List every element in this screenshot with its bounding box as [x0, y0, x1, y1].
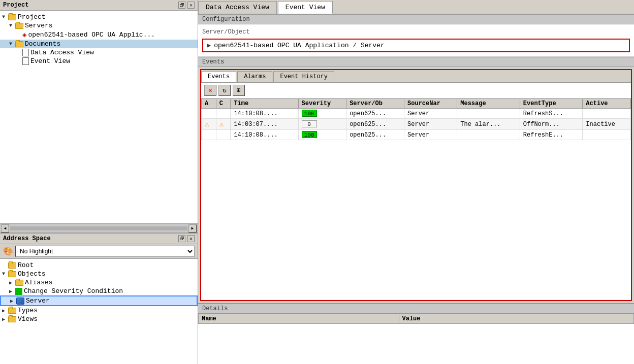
- project-tree: ▼ Project ▼ Servers ◈ open62541-based OP…: [0, 11, 198, 223]
- events-inner: Events Alarms Event History ✕ ↻ ⊞: [200, 69, 632, 301]
- scroll-left-btn[interactable]: ◀: [1, 224, 9, 233]
- severity-bar-1: 100: [302, 110, 317, 117]
- addr-tree-server[interactable]: ▶ Server: [0, 295, 198, 306]
- doc-icon-data-access: [22, 49, 29, 56]
- left-panel: Project 🗗 ✕ ▼ Project ▼ Servers: [0, 0, 198, 364]
- addr-label-objects: Objects: [18, 270, 46, 278]
- cell-a-3: [202, 130, 216, 140]
- severity-bar-3: 100: [302, 131, 317, 138]
- cell-c-1: [216, 109, 231, 119]
- col-message: Message: [457, 99, 520, 109]
- tree-item-opc[interactable]: ◈ open62541-based OPC UA Applic...: [0, 30, 198, 40]
- col-a: A: [202, 99, 216, 109]
- cell-severity-2: 0: [298, 119, 346, 130]
- cell-c-2: ⚠: [216, 119, 231, 130]
- top-tabs: Data Access View Event View: [198, 0, 634, 14]
- address-restore-btn[interactable]: 🗗: [178, 235, 185, 242]
- tab-event-view[interactable]: Event View: [278, 1, 333, 14]
- folder-icon-objects: [8, 271, 16, 277]
- arrow-change-severity: ▶: [9, 288, 15, 294]
- details-col-name: Name: [199, 314, 399, 324]
- refresh-button[interactable]: ↻: [218, 85, 231, 96]
- server-entry[interactable]: ▶ open62541-based OPC UA Application / S…: [202, 39, 630, 52]
- green-square-icon: [15, 288, 22, 295]
- project-restore-btn[interactable]: 🗗: [178, 2, 185, 9]
- address-titlebar: Address Space 🗗 ✕: [0, 234, 198, 244]
- addr-tree-views[interactable]: ▶ Views: [0, 315, 198, 323]
- clear-button[interactable]: ✕: [204, 85, 216, 96]
- cell-active-3: [583, 130, 631, 140]
- arrow-root: [2, 262, 8, 268]
- col-severity: Severity: [298, 99, 346, 109]
- server-object-label: Server/Object: [202, 28, 630, 36]
- scroll-track[interactable]: [10, 226, 187, 230]
- tree-item-servers[interactable]: ▼ Servers: [0, 21, 198, 30]
- address-close-btn[interactable]: ✕: [187, 235, 195, 242]
- cell-time-2: 14:03:07....: [231, 119, 298, 130]
- table-row[interactable]: 14:10:08.... 100 open625... Server Refre…: [202, 109, 631, 119]
- addr-tree-aliases[interactable]: ▶ Aliases: [0, 278, 198, 287]
- cell-c-3: [216, 130, 231, 140]
- project-title: Project: [3, 2, 28, 9]
- config-area: Server/Object ▶ open62541-based OPC UA A…: [198, 24, 634, 57]
- config-section-header: Configuration: [198, 14, 634, 24]
- events-table: A C Time Severity Server/Ob SourceNar Me…: [201, 98, 631, 300]
- arrow-aliases: ▶: [9, 280, 15, 286]
- tab-data-access[interactable]: Data Access View: [198, 1, 277, 14]
- event-tab-alarms[interactable]: Alarms: [237, 71, 272, 82]
- arrow-opc: [16, 32, 22, 38]
- folder-icon-servers: [15, 23, 23, 29]
- tree-item-documents[interactable]: ▼ Documents: [0, 40, 198, 48]
- arrow-documents: ▼: [9, 41, 15, 47]
- cell-a-2: ⚠: [202, 119, 216, 130]
- col-server: Server/Ob: [346, 99, 404, 109]
- folder-icon-aliases: [15, 280, 23, 286]
- addr-label-views: Views: [18, 315, 38, 323]
- cell-active-1: [583, 109, 631, 119]
- tree-item-project[interactable]: ▼ Project: [0, 13, 198, 21]
- event-tab-events[interactable]: Events: [201, 71, 236, 82]
- addr-tree-types[interactable]: ▶ Types: [0, 306, 198, 315]
- table-row[interactable]: ⚠ ⚠ 14:03:07.... 0 open625... Server The…: [202, 119, 631, 130]
- project-titlebar: Project 🗗 ✕: [0, 0, 198, 11]
- address-tree: Root ▼ Objects ▶ Aliases ▶: [0, 259, 198, 364]
- addr-tree-objects[interactable]: ▼ Objects: [0, 270, 198, 278]
- highlight-row: 🎨 No Highlight: [0, 244, 198, 259]
- address-controls: 🗗 ✕: [178, 235, 195, 242]
- cell-eventtype-3: RefreshE...: [520, 130, 583, 140]
- cell-source-3: Server: [404, 130, 457, 140]
- tree-item-event-view[interactable]: Event View: [0, 57, 198, 65]
- details-table: Name Value: [198, 314, 634, 364]
- folder-icon-root: [8, 262, 16, 269]
- addr-tree-root[interactable]: Root: [0, 261, 198, 270]
- cell-a-1: [202, 109, 216, 119]
- events-section: Events Alarms Event History ✕ ↻ ⊞: [198, 67, 634, 303]
- cell-source-2: Server: [404, 119, 457, 130]
- scroll-right-btn[interactable]: ▶: [188, 224, 197, 233]
- cell-message-1: [457, 109, 520, 119]
- export-button[interactable]: ⊞: [233, 85, 245, 96]
- addr-label-server: Server: [26, 297, 50, 305]
- project-close-btn[interactable]: ✕: [187, 2, 195, 9]
- addr-tree-change-severity[interactable]: ▶ Change Severity Condition: [0, 287, 198, 295]
- cell-eventtype-2: OffNorm...: [520, 119, 583, 130]
- folder-icon-documents: [15, 41, 23, 47]
- arrow-servers: ▼: [9, 23, 15, 28]
- warn-icon-c: ⚠: [219, 120, 224, 128]
- tree-label-data-access: Data Access View: [30, 49, 94, 56]
- table-row[interactable]: 14:10:08.... 100 open625... Server Refre…: [202, 130, 631, 140]
- blue-server-icon: [16, 297, 24, 305]
- event-tabs: Events Alarms Event History: [201, 70, 631, 83]
- folder-icon-views: [8, 316, 16, 322]
- warn-icon-a: ⚠: [205, 120, 209, 128]
- tree-item-data-access[interactable]: Data Access View: [0, 48, 198, 57]
- project-controls: 🗗 ✕: [178, 2, 195, 9]
- event-tab-history[interactable]: Event History: [273, 71, 334, 82]
- arrow-views: ▶: [2, 316, 8, 322]
- project-scrollbar[interactable]: ◀ ▶: [0, 223, 198, 233]
- address-title: Address Space: [3, 235, 51, 242]
- tree-label-documents: Documents: [25, 40, 60, 48]
- highlight-select[interactable]: No Highlight: [15, 246, 195, 257]
- col-eventtype: EventType: [520, 99, 583, 109]
- col-c: C: [216, 99, 231, 109]
